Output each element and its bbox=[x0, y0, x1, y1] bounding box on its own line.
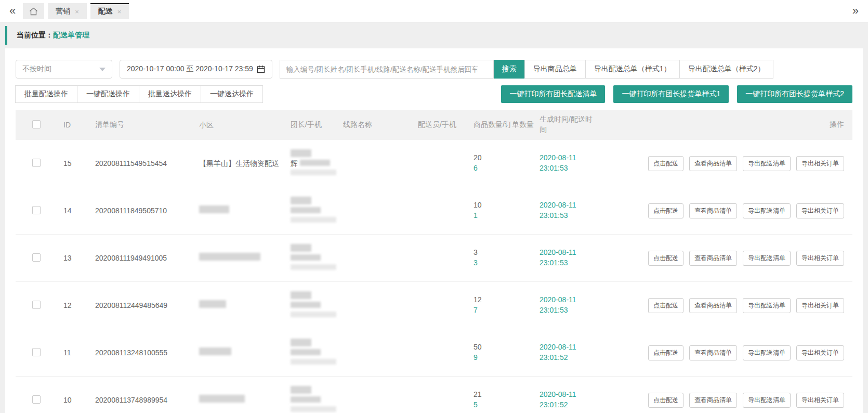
tabs-scroll-right-icon[interactable]: » bbox=[850, 5, 861, 17]
redacted-leader-name2 bbox=[291, 207, 321, 213]
print-all-leader-pickup-style1-button[interactable]: 一键打印所有团长提货单样式1 bbox=[613, 85, 729, 103]
tab-bar: « 营销 × 配送 × » bbox=[0, 0, 868, 22]
header-qty: 商品数量/订单数量 bbox=[474, 120, 540, 130]
cell-time: 2020-08-11 23:01:52 bbox=[540, 342, 598, 363]
cell-qty: 3 3 bbox=[474, 248, 540, 268]
view-goods-list-button[interactable]: 查看商品清单 bbox=[689, 251, 737, 266]
print-all-leader-pickup-style2-button[interactable]: 一键打印所有团长提货单样式2 bbox=[737, 85, 852, 103]
row-checkbox[interactable] bbox=[32, 159, 41, 167]
tabs-scroll-left-icon[interactable]: « bbox=[7, 5, 18, 17]
cell-community bbox=[199, 253, 291, 263]
redacted-community bbox=[199, 205, 229, 213]
breadcrumb-prefix: 当前位置： bbox=[17, 31, 53, 40]
table-row: 11 202008113248100555 50 9 2020-08-11 23… bbox=[16, 329, 852, 377]
cell-leader bbox=[291, 197, 343, 225]
breadcrumb-link-delivery-management[interactable]: 配送单管理 bbox=[53, 31, 89, 40]
row-checkbox[interactable] bbox=[32, 395, 41, 404]
cell-id: 12 bbox=[63, 301, 95, 309]
search-input[interactable] bbox=[280, 60, 494, 79]
table-row: 12 202008112449485649 12 7 2020-08-11 23… bbox=[16, 282, 852, 329]
redacted-community bbox=[199, 253, 260, 261]
generated-time: 23:01:53 bbox=[540, 163, 598, 174]
redacted-leader-phone bbox=[291, 264, 336, 270]
export-related-orders-button[interactable]: 导出相关订单 bbox=[796, 345, 844, 360]
export-delivery-list-button[interactable]: 导出配送清单 bbox=[743, 203, 791, 218]
table-row: 13 202008111949491005 3 3 2020-08-11 23:… bbox=[16, 235, 852, 282]
time-mode-select[interactable]: 不按时间 bbox=[16, 60, 112, 79]
cell-ops: 点击配送 查看商品清单 导出配送清单 导出相关订单 bbox=[598, 251, 852, 266]
order-count: 3 bbox=[474, 258, 540, 268]
redacted-leader-name2 bbox=[300, 160, 330, 166]
batch-delivery-button[interactable]: 批量配送操作 bbox=[15, 85, 77, 103]
click-deliver-button[interactable]: 点击配送 bbox=[648, 393, 683, 408]
export-related-orders-button[interactable]: 导出相关订单 bbox=[796, 203, 844, 218]
close-icon[interactable]: × bbox=[117, 8, 122, 16]
cell-list-no: 202008111849505710 bbox=[95, 206, 199, 215]
export-delivery-list-button[interactable]: 导出配送清单 bbox=[743, 345, 791, 360]
cell-list-no: 202008112449485649 bbox=[95, 301, 199, 309]
redacted-leader-name2 bbox=[291, 349, 321, 355]
table-row: 15 202008111549515454 【黑羊山】生活物资配送 辉 20 6… bbox=[16, 140, 852, 187]
click-deliver-button[interactable]: 点击配送 bbox=[648, 203, 683, 218]
home-icon bbox=[29, 7, 38, 16]
date-range-picker[interactable]: 2020-10-17 00:00 至 2020-10-17 23:59 bbox=[120, 60, 272, 79]
print-all-leader-delivery-lists-button[interactable]: 一键打印所有团长配送清单 bbox=[501, 85, 605, 103]
tab-marketing[interactable]: 营销 × bbox=[48, 3, 87, 19]
view-goods-list-button[interactable]: 查看商品清单 bbox=[689, 345, 737, 360]
export-related-orders-button[interactable]: 导出相关订单 bbox=[796, 251, 844, 266]
export-delivery-list-button[interactable]: 导出配送清单 bbox=[743, 251, 791, 266]
cell-qty: 20 6 bbox=[474, 153, 540, 173]
row-checkbox[interactable] bbox=[32, 206, 41, 214]
export-related-orders-button[interactable]: 导出相关订单 bbox=[796, 298, 844, 313]
redacted-leader-name bbox=[291, 386, 311, 394]
tab-delivery[interactable]: 配送 × bbox=[90, 3, 129, 19]
goods-count: 3 bbox=[474, 248, 540, 258]
tab-marketing-label: 营销 bbox=[56, 7, 70, 16]
cell-time: 2020-08-11 23:01:53 bbox=[540, 248, 598, 268]
export-delivery-summary-style2-button[interactable]: 导出配送总单（样式2） bbox=[679, 60, 774, 79]
view-goods-list-button[interactable]: 查看商品清单 bbox=[689, 156, 737, 171]
order-count: 6 bbox=[474, 163, 540, 174]
export-delivery-list-button[interactable]: 导出配送清单 bbox=[743, 156, 791, 171]
export-related-orders-button[interactable]: 导出相关订单 bbox=[796, 393, 844, 408]
click-deliver-button[interactable]: 点击配送 bbox=[648, 251, 683, 266]
cell-community: 【黑羊山】生活物资配送 bbox=[199, 159, 291, 168]
click-deliver-button[interactable]: 点击配送 bbox=[648, 156, 683, 171]
cell-leader bbox=[291, 386, 343, 413]
cell-community bbox=[199, 395, 291, 405]
export-goods-summary-button[interactable]: 导出商品总单 bbox=[524, 60, 586, 79]
export-delivery-list-button[interactable]: 导出配送清单 bbox=[743, 393, 791, 408]
one-key-delivery-button[interactable]: 一键配送操作 bbox=[77, 85, 139, 103]
search-button[interactable]: 搜索 bbox=[494, 60, 525, 79]
view-goods-list-button[interactable]: 查看商品清单 bbox=[689, 393, 737, 408]
generated-date: 2020-08-11 bbox=[540, 200, 598, 211]
cell-leader: 辉 bbox=[291, 149, 343, 178]
header-ops: 操作 bbox=[598, 120, 852, 130]
cell-id: 13 bbox=[63, 254, 95, 262]
batch-arrived-button[interactable]: 批量送达操作 bbox=[139, 85, 201, 103]
tab-home[interactable] bbox=[23, 3, 44, 19]
close-icon[interactable]: × bbox=[75, 8, 79, 16]
row-checkbox[interactable] bbox=[32, 348, 41, 356]
generated-time: 23:01:53 bbox=[540, 305, 598, 316]
one-key-arrived-button[interactable]: 一键送达操作 bbox=[201, 85, 263, 103]
goods-count: 10 bbox=[474, 200, 540, 211]
row-checkbox[interactable] bbox=[32, 301, 41, 309]
filter-row: 不按时间 2020-10-17 00:00 至 2020-10-17 23:59… bbox=[16, 60, 852, 79]
cell-qty: 50 9 bbox=[474, 342, 540, 363]
view-goods-list-button[interactable]: 查看商品清单 bbox=[689, 203, 737, 218]
export-delivery-summary-style1-button[interactable]: 导出配送总单（样式1） bbox=[585, 60, 680, 79]
row-checkbox[interactable] bbox=[32, 253, 41, 262]
cell-ops: 点击配送 查看商品清单 导出配送清单 导出相关订单 bbox=[598, 203, 852, 218]
cell-id: 14 bbox=[63, 206, 95, 215]
cell-ops: 点击配送 查看商品清单 导出配送清单 导出相关订单 bbox=[598, 345, 852, 360]
click-deliver-button[interactable]: 点击配送 bbox=[648, 345, 683, 360]
export-delivery-list-button[interactable]: 导出配送清单 bbox=[743, 298, 791, 313]
export-related-orders-button[interactable]: 导出相关订单 bbox=[796, 156, 844, 171]
calendar-icon bbox=[257, 65, 265, 73]
view-goods-list-button[interactable]: 查看商品清单 bbox=[689, 298, 737, 313]
redacted-leader-phone bbox=[291, 217, 336, 223]
select-all-checkbox[interactable] bbox=[32, 120, 41, 128]
click-deliver-button[interactable]: 点击配送 bbox=[648, 298, 683, 313]
cell-list-no: 202008111549515454 bbox=[95, 159, 199, 167]
